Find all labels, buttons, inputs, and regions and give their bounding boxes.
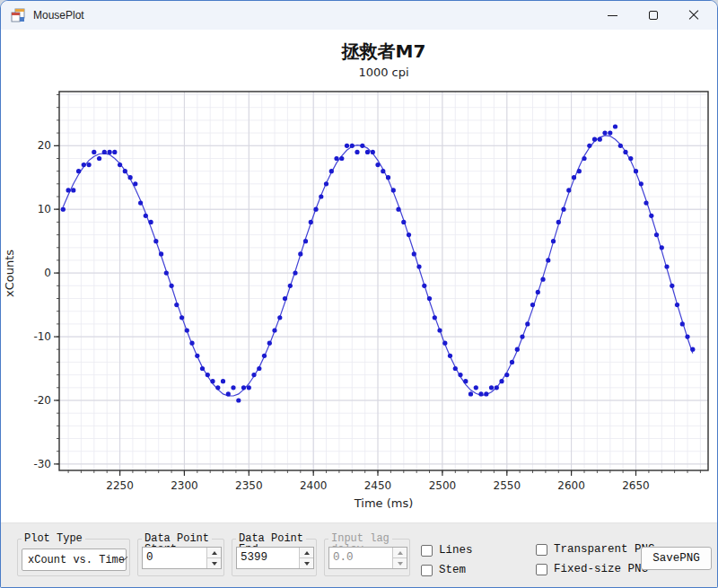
checkbox-stem[interactable]: Stem bbox=[421, 563, 466, 577]
plot-area: 225023002350240024502500255026002650-30-… bbox=[1, 30, 718, 522]
checkbox-box[interactable] bbox=[536, 564, 547, 575]
plot-type-dropdown[interactable]: xCount vs. Time bbox=[22, 549, 127, 571]
spin-down-button[interactable] bbox=[207, 557, 221, 568]
arrow-up-icon bbox=[212, 551, 217, 555]
minimize-icon bbox=[608, 15, 617, 16]
svg-text:2550: 2550 bbox=[494, 479, 521, 492]
caption-buttons bbox=[592, 1, 714, 30]
svg-text:-10: -10 bbox=[33, 330, 51, 343]
input-lag-group: Input lag delay 0.0 bbox=[324, 539, 410, 576]
svg-text:10: 10 bbox=[38, 203, 51, 215]
spin-up-button[interactable] bbox=[300, 548, 313, 557]
checkbox-box[interactable] bbox=[421, 545, 433, 557]
data-point-start-group: Data Point Start 0 bbox=[137, 539, 224, 576]
checkbox-box[interactable] bbox=[421, 565, 433, 576]
checkbox-transparent-png-label: Transparent PNG bbox=[554, 543, 655, 556]
data-point-start-value: 0 bbox=[143, 548, 206, 568]
minimize-button[interactable] bbox=[592, 1, 633, 30]
svg-text:20: 20 bbox=[38, 139, 51, 152]
spin-up-button bbox=[393, 548, 407, 557]
grid-major bbox=[59, 92, 708, 470]
svg-text:-30: -30 bbox=[33, 458, 51, 470]
maximize-button[interactable] bbox=[633, 1, 673, 30]
data-point-start-input[interactable]: 0 bbox=[142, 547, 222, 569]
checkbox-box[interactable] bbox=[536, 544, 547, 556]
control-panel: Plot Type xCount vs. Time Data Point Sta… bbox=[1, 522, 718, 588]
arrow-down-icon bbox=[212, 562, 217, 566]
checkbox-fixed-size-png[interactable]: Fixed-size PNG bbox=[536, 562, 648, 576]
svg-text:2350: 2350 bbox=[235, 479, 263, 492]
grid-minor bbox=[59, 92, 708, 470]
data-point-end-value: 5399 bbox=[237, 548, 299, 568]
svg-text:2650: 2650 bbox=[622, 479, 650, 492]
svg-text:2450: 2450 bbox=[364, 479, 392, 492]
tick-labels: 225023002350240024502500255026002650-30-… bbox=[33, 139, 649, 492]
x-axis-label: Time (ms) bbox=[59, 496, 708, 510]
axis-ticks bbox=[54, 95, 700, 477]
svg-text:2300: 2300 bbox=[171, 479, 198, 492]
checkbox-lines-label: Lines bbox=[439, 544, 473, 557]
arrow-down-icon bbox=[304, 562, 310, 566]
checkbox-lines[interactable]: Lines bbox=[421, 543, 473, 557]
arrow-down-icon bbox=[398, 562, 403, 566]
figure-area: 拯救者M7 1000 cpi xCounts Time (ms) 2250230… bbox=[1, 30, 718, 522]
input-lag-input: 0.0 bbox=[328, 547, 407, 569]
save-png-button[interactable]: SavePNG bbox=[641, 547, 712, 570]
spin-down-button[interactable] bbox=[300, 557, 313, 568]
data-point-end-spinner bbox=[299, 548, 313, 568]
chart-subtitle: 1000 cpi bbox=[59, 66, 708, 79]
plot-type-label: Plot Type bbox=[22, 532, 85, 545]
input-lag-label: Input lag bbox=[328, 532, 392, 545]
checkbox-stem-label: Stem bbox=[439, 564, 466, 576]
input-lag-value: 0.0 bbox=[329, 548, 392, 568]
svg-text:0: 0 bbox=[44, 267, 51, 279]
window-title: MousePlot bbox=[33, 9, 84, 22]
mouseplot-window: MousePlot 拯救者M7 1000 cpi xCounts Time (m… bbox=[0, 0, 718, 588]
plot-type-group: Plot Type xCount vs. Time bbox=[17, 539, 130, 576]
y-axis-label: xCounts bbox=[3, 242, 16, 305]
close-icon bbox=[688, 10, 699, 21]
data-point-end-input[interactable]: 5399 bbox=[236, 547, 314, 569]
maximize-icon bbox=[649, 11, 658, 20]
plot-type-value: xCount vs. Time bbox=[22, 554, 125, 566]
data-point-end-label: Data Point bbox=[236, 532, 306, 545]
chart-title: 拯救者M7 bbox=[59, 39, 708, 64]
titlebar[interactable]: MousePlot bbox=[1, 1, 717, 30]
svg-text:-20: -20 bbox=[33, 394, 51, 407]
data-point-start-label: Data Point bbox=[142, 532, 212, 545]
spin-up-button[interactable] bbox=[207, 548, 221, 557]
svg-text:2250: 2250 bbox=[106, 479, 134, 492]
svg-text:2400: 2400 bbox=[300, 479, 328, 492]
close-button[interactable] bbox=[673, 1, 714, 30]
data-point-start-spinner bbox=[206, 548, 221, 568]
arrow-up-icon bbox=[398, 551, 403, 555]
input-lag-spinner bbox=[392, 548, 407, 568]
spin-down-button bbox=[393, 557, 407, 568]
svg-text:2600: 2600 bbox=[557, 479, 585, 492]
svg-text:2500: 2500 bbox=[429, 479, 457, 492]
arrow-up-icon bbox=[304, 551, 310, 555]
checkbox-transparent-png[interactable]: Transparent PNG bbox=[536, 542, 655, 557]
checkbox-fixed-size-png-label: Fixed-size PNG bbox=[554, 563, 648, 575]
data-point-end-group: Data Point End 5399 bbox=[232, 539, 317, 576]
plot-frame bbox=[59, 92, 708, 470]
app-icon bbox=[11, 8, 25, 22]
